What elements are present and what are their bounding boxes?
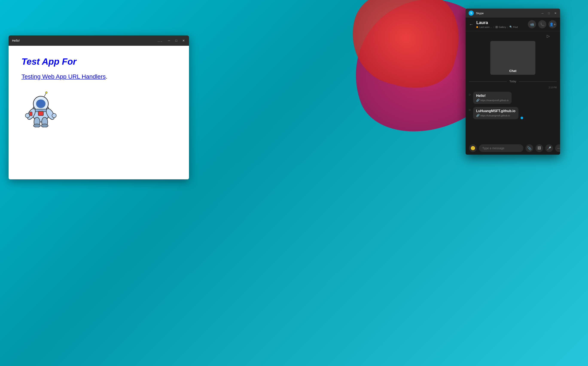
titlebar-menu-dots[interactable]: ... — [158, 38, 163, 43]
emoji-icon: 🙂 — [471, 146, 475, 151]
today-divider: Today — [469, 80, 557, 83]
attach-button[interactable]: 📎 — [526, 144, 533, 152]
status-separator: | — [493, 26, 494, 28]
divider-line-right — [519, 81, 557, 82]
gallery-button[interactable]: 🖼 Gallery — [495, 26, 506, 28]
webapp-window-title: Hello! — [12, 39, 158, 42]
last-seen-text: Last seen ... — [479, 26, 492, 28]
emoji-button[interactable]: 🙂 — [469, 144, 477, 152]
attach-icon: 📎 — [527, 146, 532, 150]
video-call-button[interactable]: 📹 — [528, 20, 536, 28]
app-link-dot: . — [106, 73, 107, 80]
action-buttons: 📹 📞 👤+ — [528, 20, 557, 28]
svg-point-16 — [41, 124, 48, 127]
divider-line-left — [469, 81, 507, 82]
status-indicator — [476, 26, 478, 28]
skype-titlebar: S Skype ─ □ ✕ — [466, 8, 560, 18]
contact-info: Laura Last seen ... | 🖼 Gallery | 🔍 Find — [476, 20, 528, 28]
phone-icon: 📞 — [540, 22, 544, 26]
image-icon: 🖼 — [537, 146, 541, 150]
unread-indicator — [520, 117, 523, 119]
message-bubble-2: LuHuangMSFT.github.io 🔗 https://luhuangm… — [473, 107, 518, 119]
add-contact-button[interactable]: 👤+ — [549, 20, 557, 28]
app-link-container: Testing Web App URL Handlers. — [22, 73, 176, 80]
svg-point-7 — [25, 114, 30, 118]
skype-logo-letter: S — [470, 12, 472, 15]
message-timestamp: 2:10 PM — [469, 86, 557, 89]
message-expand-2[interactable]: ▷ — [469, 108, 471, 111]
skype-window-controls: ─ □ ✕ — [541, 11, 557, 15]
skype-window: S Skype ─ □ ✕ ← Laura Last seen ... | 🖼 … — [466, 8, 560, 155]
svg-point-8 — [52, 114, 56, 118]
astronaut-icon — [22, 89, 60, 127]
share-card-label: Chat — [490, 67, 535, 75]
skype-app-name: Skype — [476, 12, 541, 15]
message-text-2: LuHuangMSFT.github.io — [476, 109, 515, 113]
webapp-content: Test App For Testing Web App URL Handler… — [9, 46, 189, 179]
message-link-1[interactable]: 🔗 https://mandymsft.github.io — [476, 99, 509, 102]
webapp-maximize-button[interactable]: □ — [174, 39, 178, 43]
webapp-close-button[interactable]: ✕ — [182, 39, 186, 43]
message-input[interactable] — [479, 144, 523, 152]
link-icon-2: 🔗 — [476, 114, 480, 117]
find-button[interactable]: 🔍 Find — [509, 26, 518, 28]
link-icon-1: 🔗 — [476, 99, 480, 102]
today-label: Today — [509, 80, 516, 83]
svg-rect-12 — [30, 112, 32, 116]
input-area: 🙂 📎 🖼 🎤 ⋯ — [466, 142, 560, 155]
send-icon-container: ▷ — [469, 34, 557, 39]
message-row-2: ▷ LuHuangMSFT.github.io 🔗 https://luhuan… — [469, 107, 557, 119]
more-button[interactable]: ⋯ — [555, 144, 560, 152]
find-icon: 🔍 — [509, 26, 513, 28]
share-card: Chat — [490, 41, 535, 75]
astronaut-container — [22, 89, 176, 128]
message-link-2[interactable]: 🔗 https://luhuangmsft.github.io — [476, 114, 515, 117]
back-button[interactable]: ← — [469, 22, 473, 27]
message-bubble-1: Hello! 🔗 https://mandymsft.github.io — [473, 92, 512, 104]
webapp-titlebar: Hello! ... ─ □ ✕ — [9, 35, 189, 46]
message-row-1: ▷ Hello! 🔗 https://mandymsft.github.io — [469, 92, 557, 104]
mic-button[interactable]: 🎤 — [545, 144, 553, 152]
message-link-url-2: https://luhuangmsft.github.io — [480, 114, 510, 117]
video-icon: 📹 — [530, 22, 534, 26]
send-icon: ▷ — [547, 34, 550, 38]
skype-maximize-button[interactable]: □ — [547, 11, 551, 15]
gallery-icon: 🖼 — [495, 26, 498, 28]
svg-point-14 — [45, 92, 47, 93]
add-person-icon: 👤+ — [549, 22, 556, 26]
skype-minimize-button[interactable]: ─ — [541, 11, 544, 15]
svg-rect-11 — [38, 111, 43, 115]
svg-point-3 — [37, 100, 45, 107]
webapp-minimize-button[interactable]: ─ — [167, 39, 171, 43]
svg-line-13 — [44, 93, 46, 97]
gallery-label: Gallery — [499, 26, 506, 28]
app-heading: Test App For — [22, 56, 176, 67]
message-expand-1[interactable]: ▷ — [469, 93, 471, 96]
find-label: Find — [513, 26, 518, 28]
more-icon: ⋯ — [557, 146, 560, 150]
voice-call-button[interactable]: 📞 — [538, 20, 546, 28]
svg-point-15 — [33, 124, 40, 127]
share-card-preview — [490, 41, 535, 67]
chat-area: ▷ Chat Today 2:10 PM ▷ Hello! 🔗 https://… — [466, 31, 560, 142]
image-button[interactable]: 🖼 — [535, 144, 543, 152]
skype-logo: S — [469, 10, 474, 16]
skype-contact-header: ← Laura Last seen ... | 🖼 Gallery | 🔍 Fi… — [466, 18, 560, 31]
app-link[interactable]: Testing Web App URL Handlers — [22, 73, 106, 80]
contact-status: Last seen ... | 🖼 Gallery | 🔍 Find — [476, 26, 528, 28]
input-row: 🙂 📎 🖼 🎤 ⋯ — [469, 144, 557, 152]
skype-close-button[interactable]: ✕ — [554, 11, 557, 15]
message-text-1: Hello! — [476, 94, 509, 98]
contact-name: Laura — [476, 20, 528, 25]
message-link-url-1: https://mandymsft.github.io — [480, 99, 509, 102]
status-separator2: | — [507, 26, 508, 28]
webapp-window: Hello! ... ─ □ ✕ Test App For Testing We… — [9, 35, 189, 179]
mic-icon: 🎤 — [547, 146, 551, 150]
titlebar-controls: ─ □ ✕ — [167, 39, 186, 43]
